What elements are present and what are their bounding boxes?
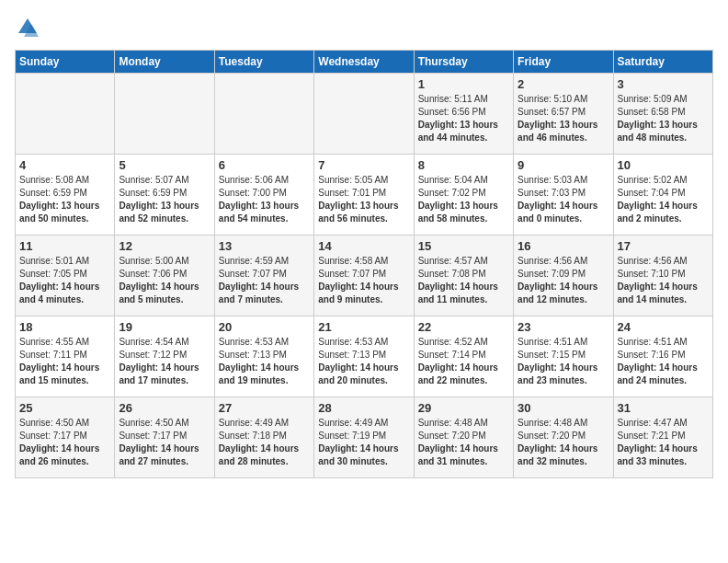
day-number: 18	[19, 320, 110, 334]
day-number: 27	[219, 401, 310, 415]
col-header-wednesday: Wednesday	[314, 51, 414, 74]
daylight-label: Daylight: 14 hours and 7 minutes.	[219, 282, 299, 304]
day-detail: Sunrise: 4:50 AMSunset: 7:17 PMDaylight:…	[119, 417, 210, 468]
day-number: 21	[318, 320, 409, 334]
daylight-label: Daylight: 14 hours and 4 minutes.	[19, 282, 99, 304]
day-detail: Sunrise: 5:04 AMSunset: 7:02 PMDaylight:…	[418, 174, 509, 225]
day-number: 24	[618, 320, 709, 334]
day-number: 30	[518, 401, 609, 415]
daylight-label: Daylight: 14 hours and 15 minutes.	[19, 362, 99, 385]
calendar-cell: 15Sunrise: 4:57 AMSunset: 7:08 PMDayligh…	[414, 236, 513, 316]
day-detail: Sunrise: 4:51 AMSunset: 7:15 PMDaylight:…	[518, 336, 609, 387]
calendar-cell: 26Sunrise: 4:50 AMSunset: 7:17 PMDayligh…	[115, 397, 214, 478]
day-detail: Sunrise: 5:01 AMSunset: 7:05 PMDaylight:…	[19, 255, 110, 306]
calendar-cell: 17Sunrise: 4:56 AMSunset: 7:10 PMDayligh…	[613, 236, 712, 316]
calendar-table: SundayMondayTuesdayWednesdayThursdayFrid…	[15, 50, 713, 478]
calendar-cell: 6Sunrise: 5:06 AMSunset: 7:00 PMDaylight…	[214, 155, 313, 236]
calendar-cell: 25Sunrise: 4:50 AMSunset: 7:17 PMDayligh…	[16, 397, 115, 478]
calendar-cell: 1Sunrise: 5:11 AMSunset: 6:56 PMDaylight…	[414, 74, 513, 155]
day-number: 26	[119, 401, 210, 415]
col-header-tuesday: Tuesday	[214, 51, 313, 74]
col-header-sunday: Sunday	[16, 51, 115, 74]
day-detail: Sunrise: 4:49 AMSunset: 7:18 PMDaylight:…	[219, 417, 310, 468]
daylight-label: Daylight: 13 hours and 52 minutes.	[119, 201, 199, 224]
day-detail: Sunrise: 4:51 AMSunset: 7:16 PMDaylight:…	[618, 336, 709, 387]
calendar-cell: 11Sunrise: 5:01 AMSunset: 7:05 PMDayligh…	[16, 236, 115, 316]
daylight-label: Daylight: 14 hours and 23 minutes.	[518, 362, 597, 385]
day-detail: Sunrise: 4:53 AMSunset: 7:13 PMDaylight:…	[318, 336, 409, 387]
day-number: 15	[418, 239, 509, 253]
day-number: 6	[219, 158, 310, 172]
day-number: 29	[418, 401, 509, 415]
calendar-cell: 16Sunrise: 4:56 AMSunset: 7:09 PMDayligh…	[514, 236, 613, 316]
daylight-label: Daylight: 14 hours and 19 minutes.	[219, 362, 299, 385]
daylight-label: Daylight: 14 hours and 11 minutes.	[418, 282, 498, 304]
day-detail: Sunrise: 4:47 AMSunset: 7:21 PMDaylight:…	[618, 417, 709, 468]
daylight-label: Daylight: 13 hours and 54 minutes.	[219, 201, 299, 224]
calendar-cell: 19Sunrise: 4:54 AMSunset: 7:12 PMDayligh…	[115, 316, 214, 397]
col-header-thursday: Thursday	[414, 51, 513, 74]
day-number: 31	[618, 401, 709, 415]
calendar-cell: 13Sunrise: 4:59 AMSunset: 7:07 PMDayligh…	[214, 236, 313, 316]
day-number: 1	[418, 77, 509, 91]
day-number: 12	[119, 239, 210, 253]
col-header-friday: Friday	[514, 51, 613, 74]
day-detail: Sunrise: 4:56 AMSunset: 7:10 PMDaylight:…	[618, 255, 709, 306]
daylight-label: Daylight: 14 hours and 28 minutes.	[219, 443, 299, 466]
day-detail: Sunrise: 5:09 AMSunset: 6:58 PMDaylight:…	[618, 93, 709, 144]
day-detail: Sunrise: 4:50 AMSunset: 7:17 PMDaylight:…	[19, 417, 110, 468]
calendar-cell: 3Sunrise: 5:09 AMSunset: 6:58 PMDaylight…	[613, 74, 712, 155]
day-detail: Sunrise: 5:08 AMSunset: 6:59 PMDaylight:…	[19, 174, 110, 225]
day-number: 19	[119, 320, 210, 334]
day-number: 17	[618, 239, 709, 253]
calendar-cell: 27Sunrise: 4:49 AMSunset: 7:18 PMDayligh…	[214, 397, 313, 478]
calendar-cell	[115, 74, 214, 155]
daylight-label: Daylight: 14 hours and 33 minutes.	[618, 443, 698, 466]
calendar-cell: 8Sunrise: 5:04 AMSunset: 7:02 PMDaylight…	[414, 155, 513, 236]
calendar-cell: 7Sunrise: 5:05 AMSunset: 7:01 PMDaylight…	[314, 155, 414, 236]
daylight-label: Daylight: 13 hours and 50 minutes.	[19, 201, 99, 224]
daylight-label: Daylight: 14 hours and 0 minutes.	[518, 201, 597, 224]
calendar-cell: 9Sunrise: 5:03 AMSunset: 7:03 PMDaylight…	[514, 155, 613, 236]
day-number: 13	[219, 239, 310, 253]
day-number: 7	[318, 158, 409, 172]
daylight-label: Daylight: 14 hours and 31 minutes.	[418, 443, 498, 466]
calendar-cell	[214, 74, 313, 155]
day-detail: Sunrise: 4:52 AMSunset: 7:14 PMDaylight:…	[418, 336, 509, 387]
day-detail: Sunrise: 4:54 AMSunset: 7:12 PMDaylight:…	[119, 336, 210, 387]
day-detail: Sunrise: 4:59 AMSunset: 7:07 PMDaylight:…	[219, 255, 310, 306]
calendar-cell	[16, 74, 115, 155]
day-number: 20	[219, 320, 310, 334]
day-number: 23	[518, 320, 609, 334]
calendar-cell: 10Sunrise: 5:02 AMSunset: 7:04 PMDayligh…	[613, 155, 712, 236]
day-detail: Sunrise: 5:06 AMSunset: 7:00 PMDaylight:…	[219, 174, 310, 225]
day-detail: Sunrise: 4:58 AMSunset: 7:07 PMDaylight:…	[318, 255, 409, 306]
day-number: 11	[19, 239, 110, 253]
day-detail: Sunrise: 5:00 AMSunset: 7:06 PMDaylight:…	[119, 255, 210, 306]
calendar-cell: 23Sunrise: 4:51 AMSunset: 7:15 PMDayligh…	[514, 316, 613, 397]
day-detail: Sunrise: 4:57 AMSunset: 7:08 PMDaylight:…	[418, 255, 509, 306]
logo	[15, 15, 44, 40]
daylight-label: Daylight: 14 hours and 20 minutes.	[318, 362, 398, 385]
calendar-cell: 12Sunrise: 5:00 AMSunset: 7:06 PMDayligh…	[115, 236, 214, 316]
col-header-monday: Monday	[115, 51, 214, 74]
calendar-cell: 4Sunrise: 5:08 AMSunset: 6:59 PMDaylight…	[16, 155, 115, 236]
daylight-label: Daylight: 13 hours and 46 minutes.	[518, 120, 597, 143]
daylight-label: Daylight: 14 hours and 17 minutes.	[119, 362, 199, 385]
calendar-cell	[314, 74, 414, 155]
day-detail: Sunrise: 4:49 AMSunset: 7:19 PMDaylight:…	[318, 417, 409, 468]
daylight-label: Daylight: 14 hours and 9 minutes.	[318, 282, 398, 304]
calendar-cell: 22Sunrise: 4:52 AMSunset: 7:14 PMDayligh…	[414, 316, 513, 397]
calendar-cell: 24Sunrise: 4:51 AMSunset: 7:16 PMDayligh…	[613, 316, 712, 397]
day-detail: Sunrise: 5:11 AMSunset: 6:56 PMDaylight:…	[418, 93, 509, 144]
daylight-label: Daylight: 14 hours and 32 minutes.	[518, 443, 597, 466]
day-detail: Sunrise: 5:03 AMSunset: 7:03 PMDaylight:…	[518, 174, 609, 225]
calendar-cell: 30Sunrise: 4:48 AMSunset: 7:20 PMDayligh…	[514, 397, 613, 478]
daylight-label: Daylight: 14 hours and 5 minutes.	[119, 282, 199, 304]
calendar-cell: 14Sunrise: 4:58 AMSunset: 7:07 PMDayligh…	[314, 236, 414, 316]
day-number: 3	[618, 77, 709, 91]
daylight-label: Daylight: 14 hours and 26 minutes.	[19, 443, 99, 466]
day-number: 25	[19, 401, 110, 415]
day-detail: Sunrise: 5:10 AMSunset: 6:57 PMDaylight:…	[518, 93, 609, 144]
calendar-cell: 29Sunrise: 4:48 AMSunset: 7:20 PMDayligh…	[414, 397, 513, 478]
